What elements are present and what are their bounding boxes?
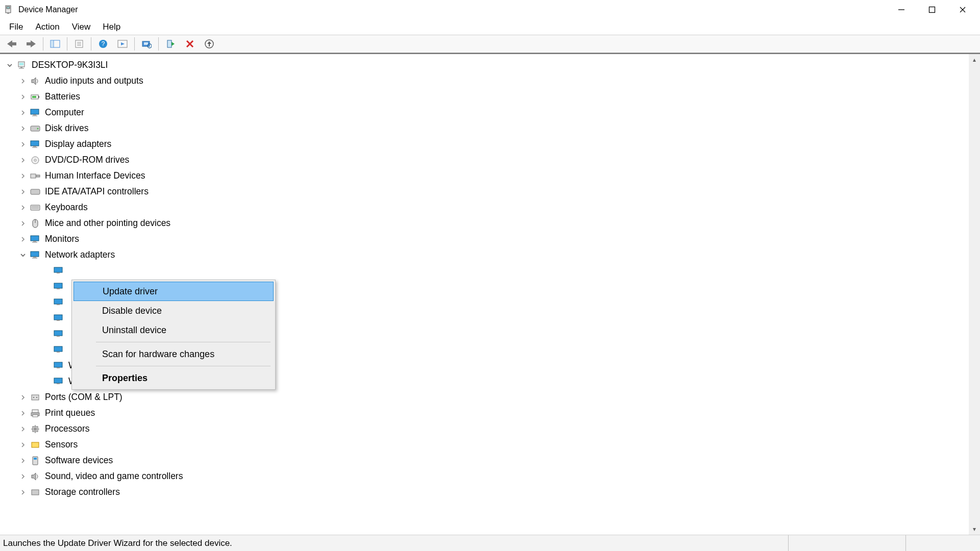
chevron-right-icon[interactable]: [18, 393, 28, 402]
chevron-right-icon[interactable]: [18, 219, 28, 228]
ctx-item-label: Update driver: [103, 286, 158, 297]
chevron-right-icon[interactable]: [18, 424, 28, 434]
tree-category-label: Software devices: [45, 455, 113, 466]
svg-rect-59: [33, 257, 36, 258]
svg-rect-80: [32, 410, 38, 413]
tree-category-label: Sensors: [45, 439, 78, 450]
chevron-down-icon[interactable]: [18, 251, 28, 260]
vertical-scrollbar[interactable]: ▴ ▾: [969, 54, 980, 535]
tree-category[interactable]: Computer: [0, 105, 969, 120]
uninstall-device-button[interactable]: [181, 36, 199, 52]
menubar: File Action View Help: [0, 19, 980, 35]
tree-category-label: DVD/CD-ROM drives: [45, 155, 129, 165]
svg-rect-67: [54, 315, 62, 320]
tree-category[interactable]: Audio inputs and outputs: [0, 73, 969, 89]
chevron-right-icon[interactable]: [18, 108, 28, 117]
ctx-item-label: Disable device: [102, 306, 162, 316]
tree-category[interactable]: Sensors: [0, 437, 969, 453]
ctx-uninstall-device[interactable]: Uninstall device: [74, 320, 274, 340]
ctx-update-driver[interactable]: Update driver: [74, 282, 274, 301]
svg-marker-92: [32, 473, 36, 480]
chevron-down-icon[interactable]: [5, 61, 14, 70]
back-button[interactable]: [3, 36, 20, 52]
chevron-right-icon[interactable]: [18, 235, 28, 244]
menu-help[interactable]: Help: [96, 20, 127, 34]
chevron-right-icon[interactable]: [18, 456, 28, 465]
tree-device[interactable]: [0, 263, 969, 279]
tree-category[interactable]: Software devices: [0, 453, 969, 468]
tree-category[interactable]: Disk drives: [0, 120, 969, 136]
ctx-properties[interactable]: Properties: [74, 368, 274, 388]
chevron-right-icon[interactable]: [18, 187, 28, 196]
svg-rect-44: [32, 147, 37, 148]
tree-category[interactable]: Print queues: [0, 405, 969, 421]
ctx-scan-hardware[interactable]: Scan for hardware changes: [74, 344, 274, 364]
scroll-down-icon[interactable]: ▾: [969, 523, 980, 535]
help-button[interactable]: ?: [94, 36, 112, 52]
menu-file[interactable]: File: [3, 20, 29, 34]
tree-category[interactable]: Ports (COM & LPT): [0, 389, 969, 405]
computer-icon: [16, 60, 28, 71]
chevron-right-icon[interactable]: [18, 171, 28, 181]
context-menu: Update driver Disable device Uninstall d…: [71, 280, 276, 390]
toolbar: ?: [0, 35, 980, 53]
network-icon: [30, 249, 41, 261]
disk-icon: [30, 123, 41, 134]
tree-category-label: Sound, video and game controllers: [45, 471, 183, 482]
chevron-right-icon[interactable]: [18, 77, 28, 86]
tree-category[interactable]: Sound, video and game controllers: [0, 468, 969, 484]
scan-hardware-button[interactable]: [138, 36, 155, 52]
scroll-up-icon[interactable]: ▴: [969, 54, 980, 65]
tree-category[interactable]: Processors: [0, 421, 969, 437]
menu-action[interactable]: Action: [29, 20, 65, 34]
svg-rect-73: [54, 362, 62, 367]
svg-rect-37: [31, 109, 39, 114]
maximize-button[interactable]: [917, 2, 947, 17]
ctx-disable-device[interactable]: Disable device: [74, 301, 274, 320]
tree-category[interactable]: Batteries: [0, 89, 969, 105]
chevron-right-icon[interactable]: [18, 156, 28, 165]
properties-button[interactable]: [70, 36, 88, 52]
tree-category[interactable]: Human Interface Devices: [0, 168, 969, 184]
tree-category-label: Audio inputs and outputs: [45, 76, 143, 86]
enable-device-button[interactable]: [162, 36, 179, 52]
close-button[interactable]: [947, 2, 978, 17]
forward-button[interactable]: [22, 36, 40, 52]
svg-rect-35: [38, 96, 39, 98]
ctx-item-label: Uninstall device: [102, 325, 166, 336]
tree-category[interactable]: Keyboards: [0, 199, 969, 215]
chevron-right-icon[interactable]: [18, 472, 28, 481]
monitor-icon: [30, 234, 41, 245]
tree-category-label: Human Interface Devices: [45, 170, 145, 181]
chevron-right-icon[interactable]: [18, 488, 28, 497]
svg-rect-50: [31, 205, 40, 210]
tree-category[interactable]: Monitors: [0, 231, 969, 247]
tree-root[interactable]: DESKTOP-9K3I3LI: [0, 57, 969, 73]
svg-rect-48: [36, 175, 40, 177]
tree-category[interactable]: Storage controllers: [0, 484, 969, 500]
chevron-right-icon[interactable]: [18, 409, 28, 418]
network-icon: [53, 313, 64, 324]
toolbar-separator: [91, 37, 91, 51]
chevron-right-icon[interactable]: [18, 140, 28, 149]
chevron-right-icon[interactable]: [18, 92, 28, 102]
svg-rect-77: [32, 395, 39, 400]
tree-category[interactable]: DVD/CD-ROM drives: [0, 152, 969, 168]
chevron-right-icon[interactable]: [18, 124, 28, 133]
tree-category[interactable]: Display adapters: [0, 136, 969, 152]
tree-category-label: Storage controllers: [45, 487, 120, 497]
show-hide-tree-button[interactable]: [46, 36, 64, 52]
action-button[interactable]: [114, 36, 131, 52]
chevron-right-icon[interactable]: [18, 440, 28, 449]
toolbar-separator: [158, 37, 159, 51]
tree-category[interactable]: Mice and other pointing devices: [0, 215, 969, 231]
svg-rect-62: [57, 272, 60, 273]
chevron-right-icon[interactable]: [18, 203, 28, 212]
disk-icon: [30, 186, 41, 197]
svg-rect-71: [54, 346, 62, 352]
minimize-button[interactable]: [886, 2, 917, 17]
tree-category[interactable]: IDE ATA/ATAPI controllers: [0, 184, 969, 199]
update-driver-button[interactable]: [201, 36, 218, 52]
tree-category-network[interactable]: Network adapters: [0, 247, 969, 263]
menu-view[interactable]: View: [66, 20, 97, 34]
